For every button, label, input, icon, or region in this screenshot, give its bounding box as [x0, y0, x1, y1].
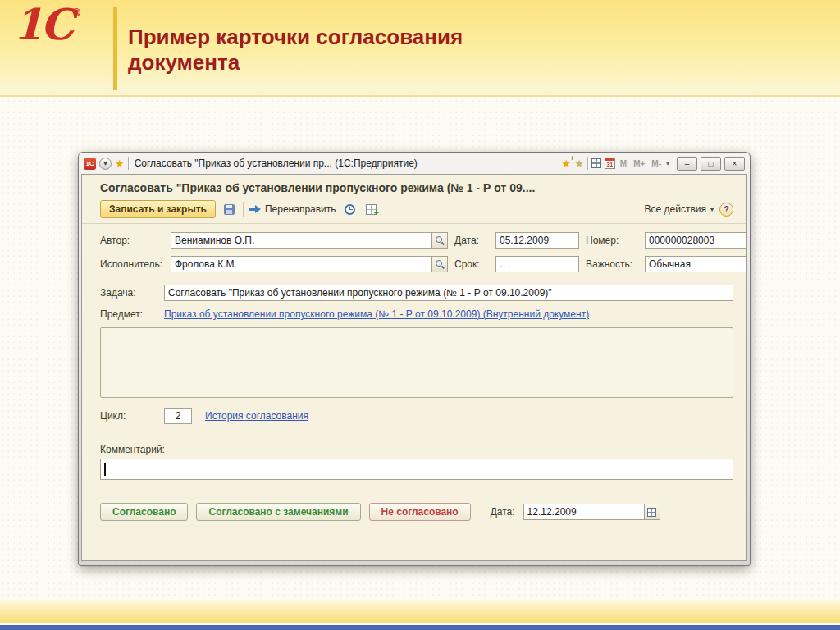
favorites-list-icon[interactable]: ★ [574, 158, 584, 169]
1c-logo: 1С® [13, 3, 82, 46]
footer-blue-line [0, 625, 840, 630]
comment-label: Комментарий: [100, 444, 733, 455]
executor-input[interactable] [171, 256, 432, 272]
executor-lookup-button[interactable] [432, 256, 448, 272]
approved-with-remarks-button[interactable]: Согласовано с замечаниями [196, 503, 360, 521]
executor-field-group [171, 256, 448, 272]
calendar-day-label: 31 [606, 162, 613, 168]
magnifier-icon [436, 236, 445, 245]
plus-icon: + [374, 208, 379, 217]
form-row-cycle: Цикл: История согласования [100, 408, 733, 424]
subject-detail-panel [100, 327, 733, 398]
save-and-close-button[interactable]: Записать и закрыть [100, 200, 216, 218]
redirect-arrow-icon [249, 205, 261, 213]
slide-title-line2: документа [128, 50, 240, 75]
close-button[interactable]: × [724, 157, 745, 171]
save-icon [224, 204, 235, 215]
form-row-subject: Предмет: Приказ об установлении пропускн… [100, 308, 733, 320]
magnifier-icon [436, 260, 445, 269]
approved-button[interactable]: Согласовано [100, 503, 188, 521]
author-field-group [171, 232, 448, 249]
separator [243, 202, 244, 217]
calendar-grid-icon [647, 508, 656, 517]
chevron-down-icon: ▾ [103, 160, 107, 167]
calendar-icon[interactable]: 31 [605, 158, 615, 169]
slide-header: 1С® Пример карточки согласования докумен… [0, 0, 840, 97]
redirect-button[interactable]: Перенаправить [249, 203, 336, 215]
window-footer: Согласовано Согласовано с замечаниями Не… [100, 503, 733, 521]
redirect-label: Перенаправить [265, 203, 336, 215]
executor-label: Исполнитель: [100, 258, 164, 270]
text-caret [104, 463, 106, 476]
form-row-executor: Исполнитель: Срок: Важность: [100, 256, 733, 272]
not-approved-button[interactable]: Не согласовано [369, 503, 471, 521]
term-label: Срок: [454, 258, 489, 270]
all-actions-button[interactable]: Все действия ▾ [645, 203, 714, 215]
close-icon: × [733, 159, 737, 168]
footer-date-input[interactable] [523, 504, 645, 520]
task-input[interactable] [164, 285, 733, 301]
footer-date-label: Дата: [491, 506, 515, 518]
approval-window: 1С ▾ ★ Согласовать "Приказ об установлен… [78, 152, 751, 566]
importance-label: Важность: [586, 258, 638, 270]
help-button[interactable]: ? [719, 203, 733, 217]
registered-mark: ® [72, 7, 82, 19]
add-to-favorites-button[interactable]: ★+ [561, 158, 571, 169]
chevron-down-icon: ▾ [710, 206, 714, 213]
window-body: Согласовать "Приказ об установлении проп… [81, 174, 747, 561]
memory-m-plus-button[interactable]: M+ [632, 159, 646, 168]
number-input[interactable] [645, 232, 747, 249]
subject-label: Предмет: [100, 308, 164, 320]
form-row-author: Автор: Дата: Номер: [100, 232, 733, 249]
slide-footer [0, 600, 840, 630]
separator [128, 157, 129, 170]
form-title: Согласовать "Приказ об установлении проп… [82, 175, 746, 196]
1c-logo-text: 1С [13, 0, 72, 49]
form-row-task: Задача: [100, 285, 733, 301]
create-based-on-icon: + [366, 204, 377, 215]
save-button[interactable] [221, 202, 237, 217]
subject-link[interactable]: Приказ об установлении пропускного режим… [164, 308, 589, 320]
clock-icon [345, 204, 355, 215]
author-input[interactable] [171, 232, 432, 249]
cycle-label: Цикл: [100, 410, 164, 422]
approval-history-link[interactable]: История согласования [205, 410, 308, 422]
window-title: Согласовать "Приказ об установлении пр..… [132, 158, 559, 169]
form-area: Автор: Дата: Номер: Исполнитель: [82, 224, 746, 521]
maximize-button[interactable]: □ [701, 157, 721, 171]
calculator-icon[interactable] [591, 158, 601, 168]
date-picker-button[interactable] [645, 504, 660, 520]
cycle-input[interactable] [164, 408, 192, 424]
date-input[interactable] [495, 232, 579, 249]
memory-m-minus-button[interactable]: M- [650, 159, 663, 168]
number-label: Номер: [586, 235, 638, 246]
favorites-star-icon[interactable]: ★ [115, 158, 125, 169]
toolbar: Записать и закрыть Перенаправить + Все д… [82, 196, 746, 224]
slide-title: Пример карточки согласования документа [128, 25, 463, 75]
slide-title-line1: Пример карточки согласования [128, 25, 463, 49]
author-lookup-button[interactable] [432, 232, 448, 249]
term-input[interactable] [495, 256, 579, 272]
author-label: Автор: [100, 235, 164, 246]
minimize-button[interactable]: – [677, 157, 697, 171]
date-label: Дата: [454, 235, 489, 246]
minimize-icon: – [685, 159, 690, 168]
importance-input[interactable] [645, 256, 747, 272]
titlebar-chevron-icon[interactable]: ▾ [666, 160, 669, 167]
header-divider [113, 7, 117, 90]
system-menu-button[interactable]: ▾ [99, 158, 112, 170]
separator [587, 157, 588, 170]
task-label: Задача: [100, 287, 164, 299]
app-icon-1c: 1С [84, 158, 96, 170]
create-based-on-button[interactable]: + [363, 202, 379, 217]
maximize-icon: □ [708, 159, 713, 168]
separator [673, 157, 673, 170]
slide: 1С® Пример карточки согласования докумен… [0, 0, 840, 630]
footer-date-group [523, 504, 660, 520]
titlebar[interactable]: 1С ▾ ★ Согласовать "Приказ об установлен… [81, 153, 747, 174]
all-actions-label: Все действия [645, 203, 706, 215]
comment-input[interactable] [100, 459, 733, 480]
memory-m-button[interactable]: M [619, 159, 628, 168]
timer-button[interactable] [342, 202, 358, 217]
comment-field-wrap [100, 459, 733, 480]
